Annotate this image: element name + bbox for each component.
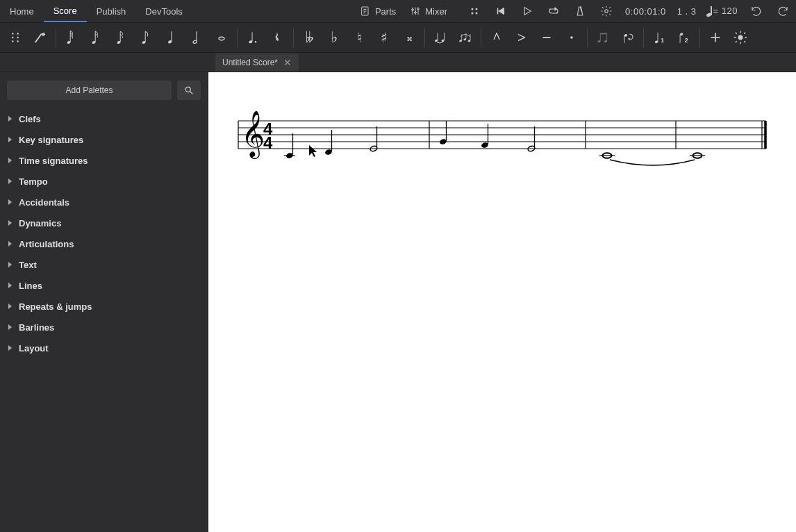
svg-point-13 [476, 13, 477, 14]
menu-tab-publish[interactable]: Publish [87, 0, 136, 22]
palette-item-label: Dynamics [19, 218, 61, 228]
tuplet-button[interactable] [590, 25, 615, 50]
duration-half[interactable] [184, 25, 209, 50]
palette-item-repeats-jumps[interactable]: Repeats & jumps [0, 296, 208, 317]
natural-button[interactable]: ♮ [347, 25, 372, 50]
palette-item-key-signatures[interactable]: Key signatures [0, 129, 208, 150]
add-button[interactable] [703, 25, 728, 50]
tie[interactable] [610, 160, 695, 165]
metronome-button[interactable] [567, 0, 593, 22]
undo-button[interactable] [743, 0, 770, 22]
palettes-sidebar: Add Palettes ClefsKey signaturesTime sig… [0, 72, 208, 532]
duration-whole[interactable] [209, 25, 234, 50]
voice-1-button[interactable]: 1 [647, 25, 672, 50]
more-icon[interactable]: ··· [47, 58, 65, 68]
palette-item-lines[interactable]: Lines [0, 275, 208, 296]
palette-item-articulations[interactable]: Articulations [0, 233, 208, 254]
duration-32nd[interactable] [84, 25, 109, 50]
palette-item-label: Layout [19, 343, 49, 354]
double-sharp-button[interactable]: 𝄪 [397, 25, 422, 50]
duration-8th[interactable] [134, 25, 159, 50]
palette-item-clefs[interactable]: Clefs [0, 108, 208, 129]
menu-tab-home[interactable]: Home [0, 0, 44, 22]
score-canvas[interactable]: 𝄞 4 4 [208, 72, 796, 532]
palette-item-barlines[interactable]: Barlines [0, 317, 208, 338]
settings-button[interactable] [593, 0, 620, 22]
caret-right-icon [8, 220, 12, 226]
voice-2-button[interactable]: 2 [672, 25, 697, 50]
measure-4[interactable] [690, 153, 705, 158]
palette-item-text[interactable]: Text [0, 254, 208, 275]
document-tab-title: Untitled Score* [222, 58, 278, 67]
caret-right-icon [8, 283, 12, 288]
menu-tab-score[interactable]: Score [44, 0, 87, 22]
svg-point-38 [255, 41, 257, 43]
palette-item-dynamics[interactable]: Dynamics [0, 213, 208, 233]
sharp-button[interactable]: ♯ [372, 25, 397, 50]
palette-item-accidentals[interactable]: Accidentals [0, 192, 208, 213]
palette-item-tempo[interactable]: Tempo [0, 171, 208, 192]
measure-1[interactable] [284, 126, 378, 159]
tempo-display[interactable]: = 120 [702, 6, 743, 17]
treble-clef[interactable]: 𝄞 [241, 110, 265, 159]
svg-point-18 [17, 33, 18, 34]
palette-item-label: Repeats & jumps [19, 301, 92, 312]
close-icon[interactable]: ✕ [283, 57, 292, 68]
caret-right-icon [8, 324, 12, 330]
svg-text:1: 1 [661, 37, 664, 44]
palette-item-label: Text [19, 260, 37, 270]
flat-button[interactable]: ♭ [322, 25, 347, 50]
staccato-button[interactable] [559, 25, 584, 50]
caret-right-icon [8, 262, 12, 267]
palette-item-label: Key signatures [19, 135, 83, 145]
rest-button[interactable] [265, 25, 290, 50]
palette-item-label: Clefs [19, 114, 41, 124]
slur-button[interactable] [453, 25, 478, 50]
caret-right-icon [8, 304, 12, 309]
play-button[interactable] [514, 0, 540, 22]
time-sig-bottom[interactable]: 4 [263, 133, 273, 152]
duration-64th[interactable] [59, 25, 84, 50]
palette-item-time-signatures[interactable]: Time signatures [0, 150, 208, 171]
note-input-button[interactable] [28, 25, 53, 50]
time-display: 0:00:01:0 [620, 6, 672, 17]
marcato-button[interactable]: ^ [484, 25, 509, 50]
palette-item-label: Accidentals [19, 197, 69, 208]
caret-right-icon [8, 199, 12, 205]
svg-point-66 [738, 35, 743, 40]
panel-tab-instruments[interactable]: Instruments [74, 53, 138, 72]
toolbar-settings-button[interactable] [728, 25, 753, 50]
parts-icon [360, 6, 371, 17]
rewind-button[interactable] [488, 0, 514, 22]
tie-button[interactable] [428, 25, 453, 50]
double-flat-button[interactable]: 𝄫 [297, 25, 322, 50]
palette-item-layout[interactable]: Layout [0, 338, 208, 358]
grip-handle-icon[interactable] [3, 25, 28, 50]
panel-tabs: Palettes··· Instruments Properties [0, 53, 796, 72]
grip-icon[interactable] [461, 0, 488, 22]
augmentation-dot-button[interactable] [240, 25, 265, 50]
palette-item-label: Barlines [19, 322, 54, 333]
tenuto-button[interactable] [534, 25, 559, 50]
music-staff[interactable]: 𝄞 4 4 [231, 107, 773, 183]
duration-16th[interactable] [109, 25, 134, 50]
panel-tab-palettes[interactable]: Palettes··· [0, 53, 74, 72]
document-tab[interactable]: Untitled Score* ✕ [215, 53, 299, 72]
measure-2[interactable] [439, 121, 536, 152]
search-palettes-button[interactable] [177, 81, 201, 100]
measure-3[interactable] [599, 153, 615, 158]
flip-button[interactable] [615, 25, 640, 50]
duration-quarter[interactable] [159, 25, 184, 50]
add-palettes-button[interactable]: Add Palettes [7, 81, 172, 100]
panel-tab-properties[interactable]: Properties [138, 53, 195, 72]
accent-button[interactable]: > [509, 25, 534, 50]
loop-button[interactable] [540, 0, 567, 22]
svg-line-68 [190, 92, 193, 94]
mixer-button[interactable]: Mixer [403, 0, 454, 22]
svg-point-17 [12, 33, 13, 34]
menu-tab-devtools[interactable]: DevTools [135, 0, 192, 22]
note-toolbar: 𝄫 ♭ ♮ ♯ 𝄪 ^ > 1 2 [0, 22, 796, 53]
palette-item-label: Articulations [19, 239, 74, 249]
parts-button[interactable]: Parts [353, 0, 403, 22]
redo-button[interactable] [770, 0, 796, 22]
